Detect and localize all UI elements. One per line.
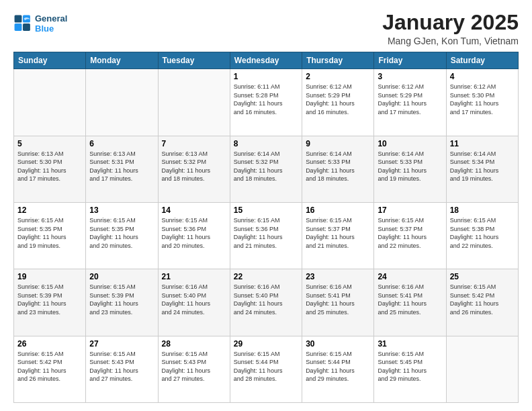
logo-icon — [13, 14, 32, 33]
calendar-week-4: 19Sunrise: 6:15 AM Sunset: 5:39 PM Dayli… — [14, 269, 519, 336]
day-info: Sunrise: 6:12 AM Sunset: 5:29 PM Dayligh… — [306, 83, 370, 116]
day-number: 7 — [162, 139, 226, 148]
day-number: 23 — [306, 272, 370, 281]
day-info: Sunrise: 6:11 AM Sunset: 5:28 PM Dayligh… — [234, 83, 298, 116]
calendar-cell: 4Sunrise: 6:12 AM Sunset: 5:30 PM Daylig… — [446, 69, 518, 136]
day-info: Sunrise: 6:14 AM Sunset: 5:33 PM Dayligh… — [306, 150, 370, 183]
day-info: Sunrise: 6:15 AM Sunset: 5:42 PM Dayligh… — [450, 283, 515, 316]
calendar-cell: 24Sunrise: 6:16 AM Sunset: 5:41 PM Dayli… — [374, 269, 446, 336]
calendar-cell: 15Sunrise: 6:15 AM Sunset: 5:36 PM Dayli… — [230, 202, 302, 269]
calendar-cell: 31Sunrise: 6:15 AM Sunset: 5:45 PM Dayli… — [374, 336, 446, 402]
day-number: 4 — [450, 72, 515, 81]
day-number: 15 — [234, 205, 298, 215]
calendar-cell: 30Sunrise: 6:15 AM Sunset: 5:44 PM Dayli… — [302, 336, 374, 402]
day-number: 6 — [89, 139, 154, 148]
day-info: Sunrise: 6:15 AM Sunset: 5:44 PM Dayligh… — [306, 350, 370, 383]
header: General Blue January 2025 Mang GJen, Kon… — [13, 11, 519, 46]
day-info: Sunrise: 6:15 AM Sunset: 5:36 PM Dayligh… — [162, 216, 226, 250]
day-number: 25 — [450, 272, 515, 281]
location: Mang GJen, Kon Tum, Vietnam — [382, 36, 519, 46]
day-number: 27 — [89, 339, 154, 349]
calendar-cell: 7Sunrise: 6:13 AM Sunset: 5:32 PM Daylig… — [158, 136, 230, 202]
day-info: Sunrise: 6:14 AM Sunset: 5:34 PM Dayligh… — [450, 150, 515, 183]
calendar-cell — [158, 69, 230, 136]
day-info: Sunrise: 6:13 AM Sunset: 5:32 PM Dayligh… — [162, 150, 226, 183]
day-info: Sunrise: 6:14 AM Sunset: 5:33 PM Dayligh… — [378, 150, 442, 183]
day-number: 20 — [89, 272, 154, 281]
day-info: Sunrise: 6:15 AM Sunset: 5:39 PM Dayligh… — [17, 283, 82, 316]
day-number: 13 — [89, 205, 154, 215]
svg-rect-0 — [15, 15, 22, 23]
day-number: 19 — [17, 272, 82, 281]
day-info: Sunrise: 6:16 AM Sunset: 5:40 PM Dayligh… — [162, 283, 226, 316]
calendar-cell: 5Sunrise: 6:13 AM Sunset: 5:30 PM Daylig… — [14, 136, 86, 202]
day-info: Sunrise: 6:13 AM Sunset: 5:31 PM Dayligh… — [89, 150, 154, 183]
day-info: Sunrise: 6:14 AM Sunset: 5:32 PM Dayligh… — [234, 150, 298, 183]
calendar-cell: 1Sunrise: 6:11 AM Sunset: 5:28 PM Daylig… — [230, 69, 302, 136]
calendar-cell: 9Sunrise: 6:14 AM Sunset: 5:33 PM Daylig… — [302, 136, 374, 202]
day-number: 18 — [450, 205, 515, 215]
day-number: 2 — [306, 72, 370, 81]
weekday-header-wednesday: Wednesday — [230, 52, 302, 69]
calendar-cell: 6Sunrise: 6:13 AM Sunset: 5:31 PM Daylig… — [86, 136, 158, 202]
day-info: Sunrise: 6:15 AM Sunset: 5:43 PM Dayligh… — [89, 350, 154, 383]
svg-rect-2 — [15, 24, 22, 31]
day-info: Sunrise: 6:15 AM Sunset: 5:39 PM Dayligh… — [89, 283, 154, 316]
day-info: Sunrise: 6:15 AM Sunset: 5:44 PM Dayligh… — [234, 350, 298, 383]
day-number: 5 — [17, 139, 82, 148]
weekday-header-row: SundayMondayTuesdayWednesdayThursdayFrid… — [14, 52, 519, 69]
calendar-cell: 20Sunrise: 6:15 AM Sunset: 5:39 PM Dayli… — [86, 269, 158, 336]
svg-rect-3 — [23, 24, 30, 31]
calendar-cell: 2Sunrise: 6:12 AM Sunset: 5:29 PM Daylig… — [302, 69, 374, 136]
calendar-week-5: 26Sunrise: 6:15 AM Sunset: 5:42 PM Dayli… — [14, 336, 519, 402]
calendar-cell: 18Sunrise: 6:15 AM Sunset: 5:38 PM Dayli… — [446, 202, 518, 269]
calendar-table: SundayMondayTuesdayWednesdayThursdayFrid… — [13, 52, 519, 403]
day-number: 28 — [162, 339, 226, 349]
day-number: 12 — [17, 205, 82, 215]
day-number: 1 — [234, 72, 298, 81]
logo-text: General Blue — [35, 13, 67, 34]
weekday-header-sunday: Sunday — [14, 52, 86, 69]
logo: General Blue — [13, 13, 67, 34]
day-info: Sunrise: 6:15 AM Sunset: 5:35 PM Dayligh… — [89, 216, 154, 250]
calendar-cell: 17Sunrise: 6:15 AM Sunset: 5:37 PM Dayli… — [374, 202, 446, 269]
day-info: Sunrise: 6:15 AM Sunset: 5:38 PM Dayligh… — [450, 216, 515, 250]
day-info: Sunrise: 6:15 AM Sunset: 5:45 PM Dayligh… — [378, 350, 442, 383]
day-number: 3 — [378, 72, 442, 81]
day-number: 22 — [234, 272, 298, 281]
day-number: 31 — [378, 339, 442, 349]
calendar-cell: 23Sunrise: 6:16 AM Sunset: 5:41 PM Dayli… — [302, 269, 374, 336]
day-number: 14 — [162, 205, 226, 215]
calendar-cell: 27Sunrise: 6:15 AM Sunset: 5:43 PM Dayli… — [86, 336, 158, 402]
weekday-header-friday: Friday — [374, 52, 446, 69]
calendar-week-1: 1Sunrise: 6:11 AM Sunset: 5:28 PM Daylig… — [14, 69, 519, 136]
weekday-header-thursday: Thursday — [302, 52, 374, 69]
day-info: Sunrise: 6:15 AM Sunset: 5:35 PM Dayligh… — [17, 216, 82, 250]
day-info: Sunrise: 6:16 AM Sunset: 5:41 PM Dayligh… — [306, 283, 370, 316]
day-number: 9 — [306, 139, 370, 148]
calendar-week-3: 12Sunrise: 6:15 AM Sunset: 5:35 PM Dayli… — [14, 202, 519, 269]
calendar-cell: 10Sunrise: 6:14 AM Sunset: 5:33 PM Dayli… — [374, 136, 446, 202]
calendar-cell: 3Sunrise: 6:12 AM Sunset: 5:29 PM Daylig… — [374, 69, 446, 136]
calendar-cell — [14, 69, 86, 136]
calendar-cell: 28Sunrise: 6:15 AM Sunset: 5:43 PM Dayli… — [158, 336, 230, 402]
title-block: January 2025 Mang GJen, Kon Tum, Vietnam — [382, 11, 519, 46]
day-number: 29 — [234, 339, 298, 349]
day-number: 11 — [450, 139, 515, 148]
calendar-cell: 25Sunrise: 6:15 AM Sunset: 5:42 PM Dayli… — [446, 269, 518, 336]
weekday-header-saturday: Saturday — [446, 52, 518, 69]
calendar-cell: 22Sunrise: 6:16 AM Sunset: 5:40 PM Dayli… — [230, 269, 302, 336]
day-number: 8 — [234, 139, 298, 148]
calendar-cell: 29Sunrise: 6:15 AM Sunset: 5:44 PM Dayli… — [230, 336, 302, 402]
day-info: Sunrise: 6:15 AM Sunset: 5:43 PM Dayligh… — [162, 350, 226, 383]
calendar-cell: 12Sunrise: 6:15 AM Sunset: 5:35 PM Dayli… — [14, 202, 86, 269]
calendar-cell: 26Sunrise: 6:15 AM Sunset: 5:42 PM Dayli… — [14, 336, 86, 402]
calendar-cell: 8Sunrise: 6:14 AM Sunset: 5:32 PM Daylig… — [230, 136, 302, 202]
calendar-cell: 11Sunrise: 6:14 AM Sunset: 5:34 PM Dayli… — [446, 136, 518, 202]
day-info: Sunrise: 6:16 AM Sunset: 5:40 PM Dayligh… — [234, 283, 298, 316]
day-number: 10 — [378, 139, 442, 148]
calendar-cell — [86, 69, 158, 136]
calendar-cell: 21Sunrise: 6:16 AM Sunset: 5:40 PM Dayli… — [158, 269, 230, 336]
day-info: Sunrise: 6:13 AM Sunset: 5:30 PM Dayligh… — [17, 150, 82, 183]
day-info: Sunrise: 6:15 AM Sunset: 5:42 PM Dayligh… — [17, 350, 82, 383]
